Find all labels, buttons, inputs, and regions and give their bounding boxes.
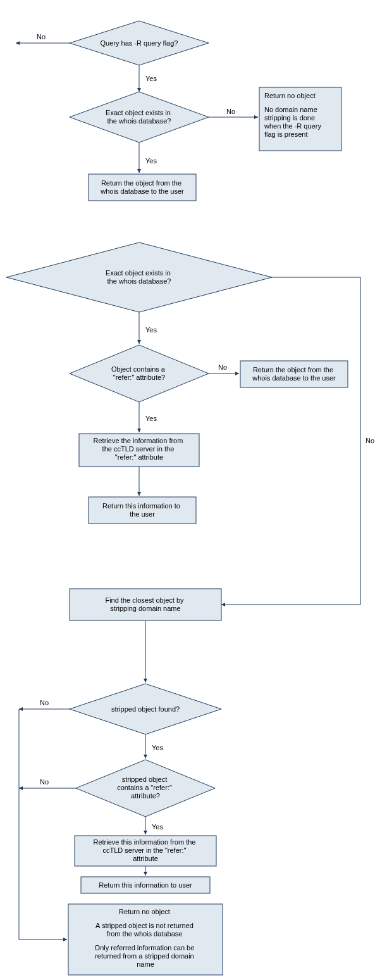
process-find-closest-label: Find the closest object by stripping dom…	[105, 596, 185, 612]
process-return-info-2-label: Return this information to user	[99, 881, 192, 889]
decision-stripped-found-label: stripped object found?	[111, 705, 180, 713]
edge-label: No	[40, 699, 49, 707]
process-return-object-1-label: Return the object from the whois databas…	[100, 179, 184, 195]
edge-label: No	[37, 33, 46, 41]
flowchart-diagram: Query has -R query flag? Yes No Exact ob…	[0, 0, 387, 980]
edge-label: No	[226, 108, 235, 115]
edge-label: Yes	[145, 75, 157, 82]
edge-label: No	[366, 437, 374, 444]
process-return-object-2-label: Return the object from the whois databas…	[252, 366, 336, 382]
edge-label: No	[40, 778, 49, 786]
decision-refer-1-label: Object contains a "refer:" attribute?	[111, 365, 167, 381]
edge-label: Yes	[145, 157, 157, 165]
edge-label: Yes	[152, 744, 163, 751]
decision-exact-object-2-label: Exact object exists in the whois databas…	[106, 269, 173, 285]
edge-label: Yes	[152, 823, 163, 831]
decision-r-flag-label: Query has -R query flag?	[101, 39, 178, 47]
edge-label: No	[218, 363, 227, 371]
edge-label: Yes	[145, 415, 157, 422]
edge-label: Yes	[145, 326, 157, 334]
decision-exact-object-1-label: Exact object exists in the whois databas…	[106, 109, 173, 125]
